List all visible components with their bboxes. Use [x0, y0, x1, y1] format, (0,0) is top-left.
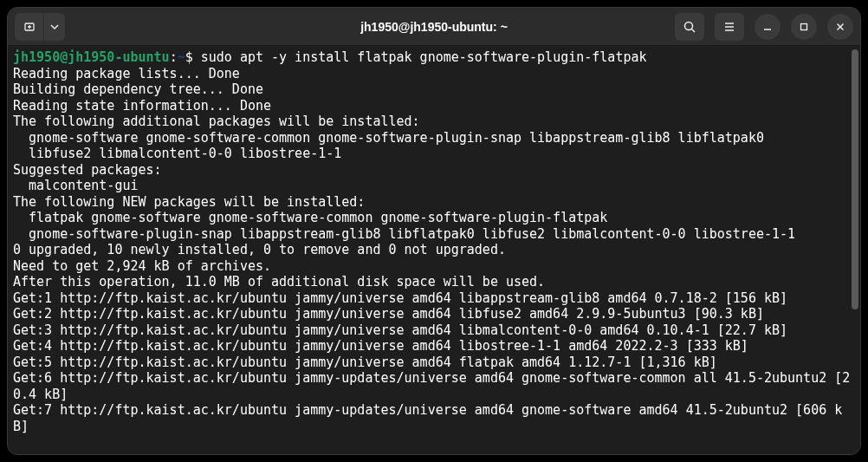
output-line: Get:6 http://ftp.kaist.ac.kr/ubuntu jamm… [13, 370, 855, 402]
hamburger-menu-button[interactable] [715, 13, 744, 41]
terminal-window: jh1950@jh1950-ubuntu: ~ jh1950@jh1950-ub… [7, 7, 861, 455]
minimize-button[interactable] [755, 14, 781, 40]
output-line: flatpak gnome-software gnome-software-co… [13, 210, 855, 226]
output-line: The following NEW packages will be insta… [13, 194, 855, 211]
output-line: libfuse2 libmalcontent-0-0 libostree-1-1 [13, 146, 855, 162]
output-line: Get:5 http://ftp.kaist.ac.kr/ubuntu jamm… [13, 355, 855, 371]
search-button[interactable] [675, 13, 704, 41]
output-line: Building dependency tree... Done [13, 81, 855, 98]
output-line: Get:1 http://ftp.kaist.ac.kr/ubuntu jamm… [13, 290, 855, 307]
output-line: gnome-software-plugin-snap libappstream-… [13, 226, 855, 243]
prompt-dollar: $ [185, 49, 201, 65]
output-line: Reading state information... Done [13, 98, 855, 114]
output-line: Suggested packages: [13, 162, 855, 179]
prompt-path: ~ [178, 49, 185, 65]
output-line: The following additional packages will b… [13, 114, 855, 130]
terminal-content[interactable]: jh1950@jh1950-ubuntu:~$ sudo apt -y inst… [8, 46, 860, 454]
close-button[interactable] [827, 14, 853, 40]
titlebar: jh1950@jh1950-ubuntu: ~ [8, 8, 860, 46]
output-line: gnome-software gnome-software-common gno… [13, 130, 855, 146]
output-line: Get:4 http://ftp.kaist.ac.kr/ubuntu jamm… [13, 338, 855, 355]
svg-line-4 [692, 29, 696, 32]
output-line: malcontent-gui [13, 178, 855, 194]
window-title: jh1950@jh1950-ubuntu: ~ [360, 20, 508, 34]
svg-rect-9 [801, 23, 807, 29]
command-text: sudo apt -y install flatpak gnome-softwa… [201, 49, 647, 65]
output-line: Need to get 2,924 kB of archives. [13, 258, 855, 275]
output-line: Get:3 http://ftp.kaist.ac.kr/ubuntu jamm… [13, 322, 855, 339]
output-line: Reading package lists... Done [13, 66, 855, 82]
new-tab-button[interactable] [15, 13, 44, 41]
maximize-button[interactable] [791, 14, 817, 40]
output-line: After this operation, 11.0 MB of additio… [13, 274, 855, 290]
prompt-user-host: jh1950@jh1950-ubuntu [13, 49, 170, 65]
output-line: 0 upgraded, 10 newly installed, 0 to rem… [13, 242, 855, 258]
prompt-colon: : [170, 49, 178, 65]
output-line: Get:2 http://ftp.kaist.ac.kr/ubuntu jamm… [13, 306, 855, 322]
titlebar-left-controls [15, 13, 65, 41]
scrollbar-thumb[interactable] [852, 49, 858, 309]
svg-point-3 [685, 22, 693, 29]
titlebar-right-controls [675, 13, 853, 41]
prompt-line: jh1950@jh1950-ubuntu:~$ sudo apt -y inst… [13, 49, 855, 66]
output-line: Get:7 http://ftp.kaist.ac.kr/ubuntu jamm… [13, 402, 855, 434]
tab-dropdown-button[interactable] [44, 13, 65, 41]
